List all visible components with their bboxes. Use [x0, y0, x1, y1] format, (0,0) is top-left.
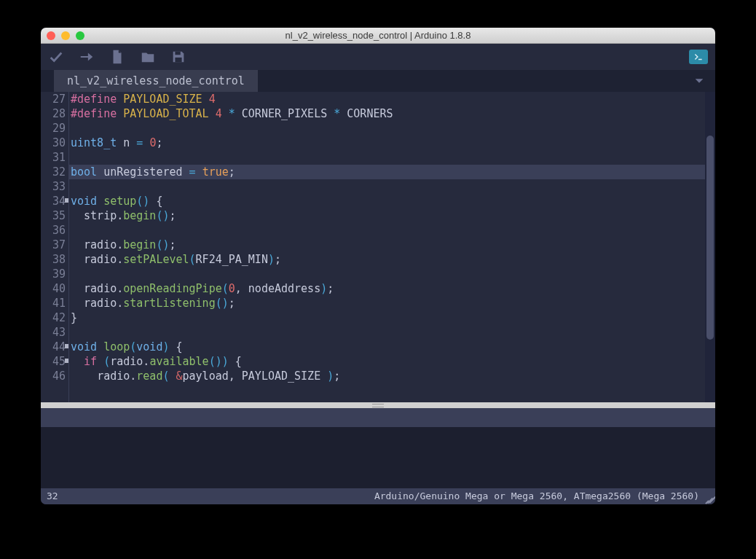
- status-board: Arduino/Genuino Mega or Mega 2560, ATmeg…: [58, 488, 709, 504]
- upload-button[interactable]: [79, 49, 95, 65]
- status-bar: 32 Arduino/Genuino Mega or Mega 2560, AT…: [41, 488, 715, 504]
- svg-rect-0: [175, 52, 180, 55]
- svg-rect-1: [175, 58, 181, 62]
- scroll-thumb[interactable]: [706, 136, 714, 340]
- verify-button[interactable]: [48, 49, 64, 65]
- code-area[interactable]: #define PAYLOAD_SIZE 4#define PAYLOAD_TO…: [68, 92, 715, 402]
- tab-menu-button[interactable]: [693, 75, 705, 90]
- console-resizer[interactable]: [41, 402, 715, 408]
- app-window: nl_v2_wireless_node_control | Arduino 1.…: [41, 28, 715, 504]
- tab-sketch[interactable]: nl_v2_wireless_node_control: [54, 70, 258, 92]
- line-gutter: 2728293031323334353637383940414243444546: [41, 92, 68, 402]
- window-title: nl_v2_wireless_node_control | Arduino 1.…: [41, 28, 715, 44]
- save-button[interactable]: [170, 49, 186, 65]
- console-header: [41, 408, 715, 427]
- toolbar: [41, 44, 715, 70]
- new-button[interactable]: [109, 49, 125, 65]
- open-button[interactable]: [140, 49, 156, 65]
- console[interactable]: [41, 427, 715, 488]
- tab-bar: nl_v2_wireless_node_control: [41, 70, 715, 92]
- status-line-number: 32: [47, 488, 58, 504]
- editor[interactable]: 2728293031323334353637383940414243444546…: [41, 92, 715, 402]
- serial-monitor-button[interactable]: [689, 50, 708, 64]
- window-resize-grip[interactable]: [704, 493, 714, 503]
- vertical-scrollbar[interactable]: [705, 92, 715, 402]
- titlebar[interactable]: nl_v2_wireless_node_control | Arduino 1.…: [41, 28, 715, 44]
